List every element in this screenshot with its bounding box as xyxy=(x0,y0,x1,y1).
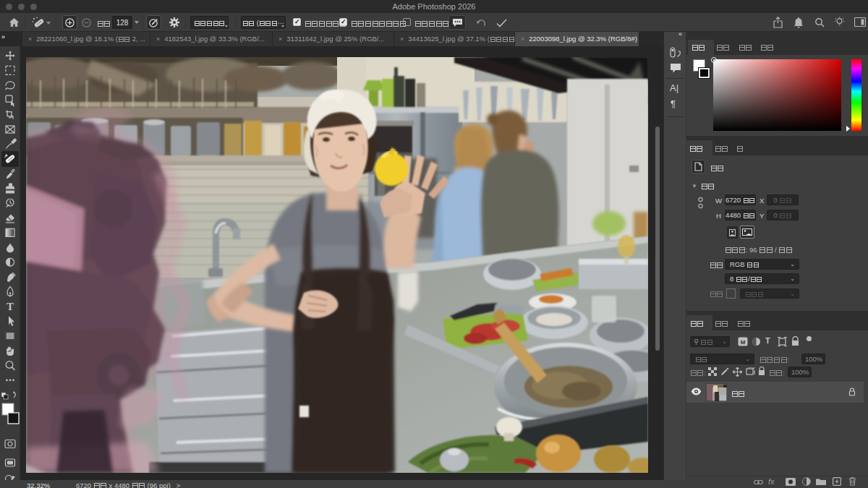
svg-text:T: T xyxy=(7,301,14,312)
svg-text:M: M xyxy=(741,339,746,346)
